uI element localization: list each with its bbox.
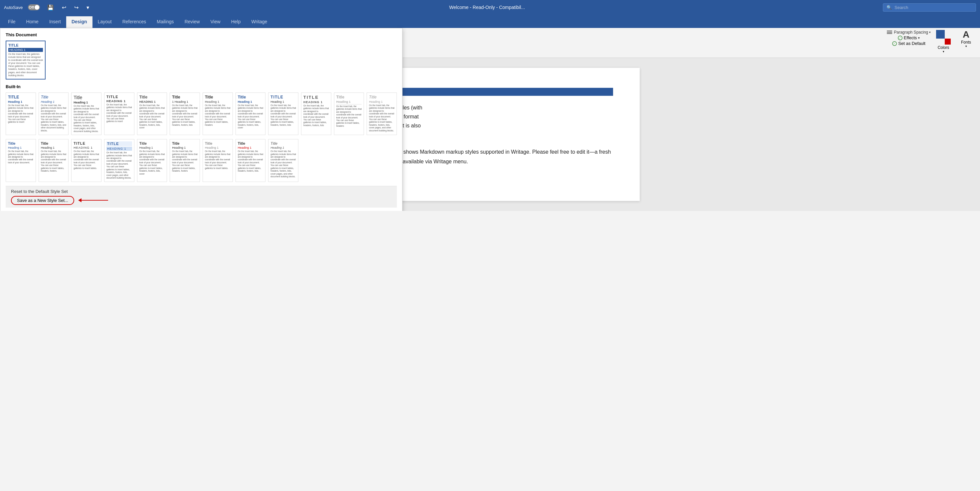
- effects-row: ✓ Effects ▾: [898, 35, 920, 40]
- theme-card-r2-5[interactable]: Title Heading 1 On the Insert tab, the g…: [137, 139, 167, 182]
- theme-card-r2-2[interactable]: Title Heading 1 On the Insert tab, the g…: [38, 139, 69, 182]
- theme-card-r2-7[interactable]: Title Heading 1 On the Insert tab, the g…: [203, 139, 233, 182]
- tab-review[interactable]: Review: [179, 16, 205, 28]
- tab-design[interactable]: Design: [66, 16, 92, 28]
- theme-card-1[interactable]: TITLE Heading 1 On the Insert tab, the g…: [6, 92, 36, 135]
- colors-swatch-red: [945, 38, 951, 44]
- autosave-toggle[interactable]: Off: [28, 4, 40, 10]
- resize-handle[interactable]: · · · ·: [6, 209, 397, 211]
- doc-text-5: This document shows Markdown markup styl…: [367, 149, 611, 164]
- theme-card-r2-9[interactable]: Title Heading 1 On the Insert tab, the g…: [268, 139, 298, 182]
- fonts-label: Fonts: [961, 40, 971, 44]
- paragraph-spacing-button[interactable]: Paragraph Spacing ▾: [887, 30, 931, 35]
- save-new-wrapper: Save as a New Style Set...: [11, 196, 391, 205]
- colors-button[interactable]: Colors ▾: [934, 30, 953, 53]
- fonts-button[interactable]: A Fonts ▾: [956, 30, 976, 48]
- theme-card-r2-8[interactable]: Title Heading 1 On the Insert tab, the g…: [235, 139, 266, 182]
- document-title: Welcome - Read-Only - Compatibil...: [95, 5, 879, 10]
- ribbon-content: This Document TITLE HEADING 1 On the Ins…: [0, 28, 980, 58]
- paragraph-spacing-icon: [887, 30, 892, 34]
- theme-card-r2-1[interactable]: Title Heading 1 On the Insert tab, the g…: [6, 139, 36, 182]
- search-input[interactable]: [894, 5, 968, 10]
- save-new-button-highlight[interactable]: Save as a New Style Set...: [11, 196, 74, 205]
- tab-writage[interactable]: Writage: [246, 16, 272, 28]
- doc-line-1: dit Markdown files (with: [367, 103, 613, 112]
- effects-label[interactable]: Effects: [904, 35, 917, 40]
- theme-card-6[interactable]: Title 1 Heading 1 On the Insert tab, the…: [170, 92, 200, 135]
- fonts-icon: A: [963, 30, 969, 39]
- undo-icon[interactable]: ↩: [60, 3, 68, 12]
- tab-insert[interactable]: Insert: [44, 16, 66, 28]
- tab-mailings[interactable]: Mailings: [151, 16, 179, 28]
- paragraph-spacing-chevron: ▾: [929, 30, 931, 34]
- doc-line-4: supported.: [367, 130, 613, 139]
- save-new-button-label: Save as a New Style Set...: [17, 198, 68, 203]
- doc-paragraph-main: This document shows Markdown markup styl…: [367, 147, 613, 167]
- builtin-label: Built-In: [6, 84, 397, 89]
- this-doc-heading: HEADING 1: [8, 48, 43, 52]
- theme-card-2[interactable]: Title Heading 1 On the Insert tab, the g…: [38, 92, 69, 135]
- theme-card-r2-3[interactable]: TITLE HEADING 1 On the Insert tab, the g…: [71, 139, 102, 182]
- tab-layout[interactable]: Layout: [92, 16, 117, 28]
- theme-card-r2-4[interactable]: TITLE HEADING 1 On the Insert tab, the g…: [104, 139, 134, 182]
- colors-swatch: [936, 30, 951, 44]
- set-default-check-icon: ✓: [892, 41, 897, 46]
- customize-icon[interactable]: ▾: [84, 3, 91, 12]
- fonts-chevron-icon: ▾: [966, 44, 967, 48]
- ribbon-tabs: File Home Insert Design Layout Reference…: [0, 14, 980, 28]
- search-icon: 🔍: [886, 5, 892, 10]
- tab-help[interactable]: Help: [226, 16, 246, 28]
- save-icon[interactable]: 💾: [45, 3, 56, 12]
- this-document-theme-card[interactable]: TITLE HEADING 1 On the Insert tab, the g…: [6, 41, 46, 79]
- tab-home[interactable]: Home: [21, 16, 44, 28]
- theme-card-12[interactable]: Title Heading 1 On the Insert tab, the g…: [367, 92, 397, 135]
- theme-card-8[interactable]: Title Heading 1 On the Insert tab, the g…: [235, 92, 266, 135]
- effects-check-icon: ✓: [898, 36, 902, 40]
- theme-card-r2-6[interactable]: Title Heading 1 On the Insert tab, the g…: [170, 139, 200, 182]
- arrow-line: [81, 200, 108, 200]
- paragraph-spacing-label: Paragraph Spacing: [894, 30, 928, 35]
- redo-icon[interactable]: ↪: [72, 3, 81, 12]
- theme-card-10[interactable]: TITLE HEADING 1 On the Insert tab, the g…: [301, 92, 331, 135]
- colors-label: Colors: [938, 45, 950, 50]
- theme-card-7[interactable]: Title Heading 1 On the Insert tab, the g…: [203, 92, 233, 135]
- set-as-default-label[interactable]: Set as Default: [898, 41, 926, 46]
- search-box[interactable]: 🔍: [883, 3, 976, 12]
- this-doc-title: TITLE: [8, 43, 43, 47]
- theme-card-5[interactable]: Title HEADING 1 On the Insert tab, the g…: [137, 92, 167, 135]
- builtin-grid-row2: Title Heading 1 On the Insert tab, the g…: [6, 139, 397, 182]
- arrow-annotation: [78, 198, 108, 202]
- ribbon-right: Paragraph Spacing ▾ ✓ Effects ▾ ✓ Set as…: [887, 30, 976, 53]
- document-blue-bar: [367, 88, 613, 96]
- builtin-grid-row1: TITLE Heading 1 On the Insert tab, the g…: [6, 92, 397, 135]
- effects-chevron-icon: ▾: [918, 36, 920, 40]
- reset-default-link[interactable]: Reset to the Default Style Set: [11, 189, 391, 194]
- autosave-label: AutoSave: [4, 5, 22, 10]
- this-doc-body: On the Insert tab, the galleries include…: [8, 52, 43, 77]
- this-document-label: This Document: [6, 32, 397, 37]
- tab-file[interactable]: File: [3, 16, 21, 28]
- panel-footer: Reset to the Default Style Set Save as a…: [6, 186, 397, 208]
- colors-swatch-blue: [936, 30, 945, 38]
- tab-view[interactable]: View: [205, 16, 226, 28]
- doc-line-2: les in plain text format: [367, 112, 613, 121]
- title-bar: AutoSave Off 💾 ↩ ↪ ▾ Welcome - Read-Only…: [0, 0, 980, 14]
- style-set-dropdown: This Document TITLE HEADING 1 On the Ins…: [0, 28, 402, 211]
- theme-card-4[interactable]: TITLE HEADING 1 On the Insert tab, the g…: [104, 92, 134, 135]
- builtin-section: Built-In TITLE Heading 1 On the Insert t…: [6, 84, 397, 182]
- theme-card-9[interactable]: TITLE Heading 1 On the Insert tab, the g…: [268, 92, 298, 135]
- theme-card-11[interactable]: Title Heading 1 On the Insert tab, the g…: [334, 92, 364, 135]
- theme-card-3[interactable]: Title Heading 1 On the Insert tab, the g…: [71, 92, 102, 135]
- colors-chevron-icon: ▾: [943, 50, 944, 53]
- tab-references[interactable]: References: [117, 16, 152, 28]
- doc-line-3: own as rich-text is also: [367, 121, 613, 130]
- this-document-section: This Document TITLE HEADING 1 On the Ins…: [6, 32, 397, 79]
- arrow-head-icon: [78, 198, 81, 202]
